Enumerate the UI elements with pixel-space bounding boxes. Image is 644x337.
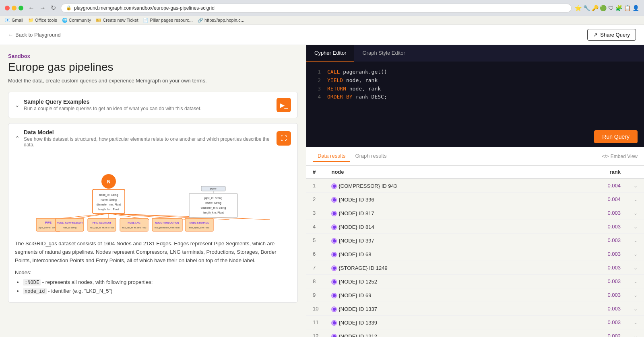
expand-btn[interactable]: ⌄ (634, 238, 638, 243)
forward-nav-btn[interactable]: → (38, 3, 47, 12)
cell-expand[interactable]: ⌄ (627, 220, 644, 234)
col-header-node: node (325, 166, 552, 179)
reload-btn[interactable]: ↻ (49, 3, 58, 12)
cell-rank: 0.003 (552, 220, 627, 234)
embed-view-link[interactable]: </> Embed View (602, 154, 638, 159)
cell-rank: 0.003 (552, 261, 627, 275)
cell-node: ⬤ {NODE} ID 1339 (325, 316, 552, 329)
svg-text:NODE_COMPRESSOR: NODE_COMPRESSOR (57, 222, 83, 224)
accordion-data-model-header[interactable]: ⌃ Data Model See how this dataset is str… (8, 123, 297, 153)
expand-btn[interactable]: ⌄ (634, 320, 638, 325)
table-row: 7 ⬤ {STORAGE} ID 1249 0.003 ⌄ (306, 261, 644, 275)
tab-data-results[interactable]: Data results (313, 150, 350, 162)
expand-btn[interactable]: ⌄ (634, 333, 638, 337)
expand-btn[interactable]: ⌄ (634, 210, 638, 216)
cell-num: 4 (306, 220, 325, 234)
cell-rank: 0.003 (552, 247, 627, 261)
cell-node: ⬤ {NODE} ID 817 (325, 206, 552, 220)
expand-btn[interactable]: ⌄ (634, 279, 638, 284)
accordion-sample-queries: ⌄ Sample Query Examples Run a couple of … (8, 92, 298, 118)
expand-btn[interactable]: ⌄ (634, 292, 638, 298)
cell-expand[interactable]: ⌄ (627, 206, 644, 220)
cell-rank: 0.003 (552, 316, 627, 329)
bookmark-office[interactable]: 📁 Office tools (28, 18, 57, 23)
bookmark-pillar[interactable]: 📄 Pillar pages resourc... (143, 18, 192, 23)
node-icon-container: ⬤ {NODE} ID 397 (331, 238, 374, 244)
cell-expand[interactable]: ⌄ (627, 275, 644, 288)
node-dot: ⬤ (331, 320, 337, 326)
cell-expand[interactable]: ⌄ (627, 193, 644, 206)
code-return-vals: node, rank (349, 86, 381, 92)
expand-btn[interactable]: ⌄ (634, 224, 638, 230)
cell-node: ⬤ {NODE} ID 68 (325, 247, 552, 261)
cell-num: 9 (306, 288, 325, 302)
share-label: Share Query (600, 32, 630, 38)
window-controls (5, 6, 23, 10)
table-row: 5 ⬤ {NODE} ID 397 0.003 ⌄ (306, 234, 644, 247)
cell-node: ⬤ {STORAGE} ID 1249 (325, 261, 552, 275)
cell-expand[interactable]: ⌄ (627, 302, 644, 316)
cell-expand[interactable]: ⌄ (627, 329, 644, 337)
terminal-icon: ▶_ (280, 101, 288, 109)
keyword-order: ORDER BY (327, 94, 355, 100)
bookmark-hopin[interactable]: 🔗 https://app.hopin.c... (198, 18, 244, 23)
node-icon-container: ⬤ {COMPRESSOR} ID 943 (331, 183, 397, 189)
svg-text:NODE STORAGE: NODE STORAGE (190, 222, 209, 224)
share-query-button[interactable]: ↗ Share Query (587, 29, 636, 41)
cell-num: 2 (306, 193, 325, 206)
expand-btn[interactable]: ⌄ (634, 251, 638, 257)
expand-btn[interactable]: ⌄ (634, 306, 638, 312)
tab-graph-results[interactable]: Graph results (350, 150, 391, 162)
svg-text:diameter_mn: String: diameter_mn: String (200, 206, 226, 210)
extensions-area: ⭐ 🔧 🔑 🟢 🛡 🧩 📋 👤 (575, 5, 639, 11)
run-query-bar: Run Query (306, 126, 644, 147)
code-line-4: 4 ORDER BY rank DESC; (313, 93, 638, 101)
cell-expand[interactable]: ⌄ (627, 288, 644, 302)
address-bar[interactable]: 🔒 playground.memgraph.com/sandbox/europe… (61, 4, 572, 12)
cell-expand[interactable]: ⌄ (627, 316, 644, 329)
col-header-num: # (306, 166, 325, 179)
results-table[interactable]: # node rank 1 ⬤ {COMPRESSOR} ID 943 0.00… (306, 166, 644, 337)
run-query-button[interactable]: Run Query (594, 130, 638, 143)
cell-node: ⬤ {NODE} ID 1337 (325, 302, 552, 316)
cell-num: 5 (306, 234, 325, 247)
cell-rank: 0.003 (552, 302, 627, 316)
results-panel: Data results Graph results </> Embed Vie… (306, 147, 644, 337)
back-to-playground-link[interactable]: ← Back to Playground (8, 32, 61, 38)
cell-rank: 0.003 (552, 275, 627, 288)
node-dot: ⬤ (331, 211, 337, 216)
back-nav-btn[interactable]: ← (27, 3, 36, 12)
cell-expand[interactable]: ⌄ (627, 234, 644, 247)
cell-num: 11 (306, 316, 325, 329)
data-table: # node rank 1 ⬤ {COMPRESSOR} ID 943 0.00… (306, 166, 644, 337)
expand-btn[interactable]: ⌄ (634, 183, 638, 189)
svg-text:length_km: Float: length_km: Float (98, 208, 119, 211)
code-editor[interactable]: 1 CALL pagerank.get() 2 YIELD node, rank… (306, 62, 644, 126)
cell-expand[interactable]: ⌄ (627, 247, 644, 261)
results-tabs: Data results Graph results </> Embed Vie… (306, 147, 644, 166)
svg-text:length_km: Float: length_km: Float (203, 211, 224, 214)
sandbox-label: Sandbox (8, 53, 298, 59)
code-order-vals: rank DESC; (355, 94, 387, 100)
expand-btn[interactable]: ⌄ (634, 265, 638, 271)
bookmark-gmail[interactable]: 📧 Gmail (5, 18, 23, 23)
table-row: 9 ⬤ {NODE} ID 69 0.003 ⌄ (306, 288, 644, 302)
tab-cypher-editor[interactable]: Cypher Editor (306, 45, 354, 62)
expand-icon: ⌃ (15, 135, 20, 142)
table-row: 10 ⬤ {NODE} ID 1337 0.003 ⌄ (306, 302, 644, 316)
svg-text:max_production_M.mt Float: max_production_M.mt Float (155, 226, 180, 229)
accordion-sample-queries-header[interactable]: ⌄ Sample Query Examples Run a couple of … (8, 92, 297, 118)
cell-rank: 0.003 (552, 234, 627, 247)
expand-btn[interactable]: ⌄ (634, 197, 638, 202)
node-icon-container: ⬤ {NODE} ID 814 (331, 224, 374, 230)
node-icon-container: ⬤ {NODE} ID 396 (331, 197, 374, 203)
bookmark-ticket[interactable]: 🎫 Create new Ticket (96, 18, 138, 23)
diagram-svg: N node_id: String name: String diameter_… (28, 157, 278, 234)
browser-nav[interactable]: ← → ↻ (27, 3, 58, 12)
col-header-expand (627, 166, 644, 179)
cell-expand[interactable]: ⌄ (627, 261, 644, 275)
node-dot: ⬤ (331, 293, 337, 298)
cell-expand[interactable]: ⌄ (627, 179, 644, 193)
bookmark-community[interactable]: 🌐 Community (62, 18, 91, 23)
tab-graph-style-editor[interactable]: Graph Style Editor (354, 45, 413, 62)
